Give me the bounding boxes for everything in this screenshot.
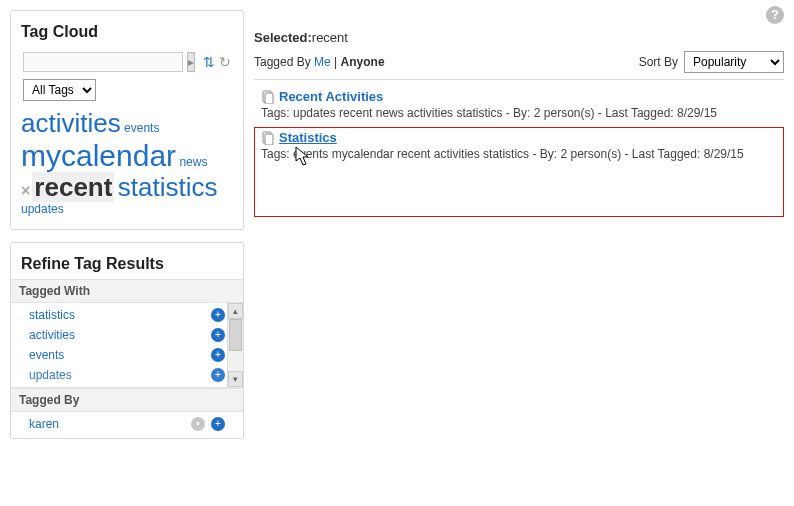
add-filter-icon[interactable]: +: [211, 368, 225, 382]
tag-cloud: activities events mycalendar news ×recen…: [11, 107, 243, 223]
sortby-select[interactable]: Popularity: [684, 51, 784, 73]
scroll-up-icon[interactable]: ▴: [228, 303, 243, 319]
sortby-label: Sort By: [639, 55, 678, 69]
selected-label: Selected:: [254, 30, 312, 45]
refine-title: Refine Tag Results: [11, 243, 243, 279]
user-radio-icon[interactable]: •: [191, 417, 205, 431]
tagged-by-header: Tagged By: [11, 388, 243, 412]
tagged-with-header: Tagged With: [11, 279, 243, 303]
result-title: Recent Activities: [279, 89, 383, 104]
add-filter-icon[interactable]: +: [211, 308, 225, 322]
go-button[interactable]: ▸: [187, 52, 195, 72]
document-icon: [261, 131, 275, 145]
refine-item-label: statistics: [29, 308, 75, 322]
tag-filter-select[interactable]: All Tags: [23, 79, 96, 101]
tagged-by-label: Tagged By: [254, 55, 311, 69]
svg-rect-3: [265, 134, 273, 145]
refine-item-label: karen: [29, 417, 59, 431]
scroll-thumb[interactable]: [229, 319, 242, 351]
scroll-track[interactable]: [228, 319, 243, 371]
add-filter-icon[interactable]: +: [211, 348, 225, 362]
result-title: Statistics: [279, 130, 337, 145]
result-meta: Tags: updates recent news activities sta…: [261, 106, 777, 120]
result-title-link[interactable]: Statistics: [261, 130, 777, 145]
refine-panel: Refine Tag Results Tagged With statistic…: [10, 242, 244, 439]
tagged-by-anyone[interactable]: Anyone: [341, 55, 385, 69]
results-separator: [254, 79, 784, 80]
tag-cloud-title: Tag Cloud: [11, 11, 243, 47]
tagged-by-sep: |: [334, 55, 337, 69]
svg-rect-1: [265, 93, 273, 104]
clear-selected-tag-icon[interactable]: ×: [21, 182, 30, 199]
document-icon: [261, 90, 275, 104]
refine-tag-events[interactable]: events +: [11, 345, 243, 365]
selected-summary: Selected:recent: [254, 30, 784, 45]
tag-activities[interactable]: activities: [21, 108, 121, 138]
tagged-by-me-link[interactable]: Me: [314, 55, 331, 69]
sort-icon[interactable]: ⇅: [203, 53, 215, 71]
refine-scrollbar[interactable]: ▴ ▾: [227, 303, 243, 387]
tag-statistics[interactable]: statistics: [118, 172, 218, 202]
add-filter-icon[interactable]: +: [211, 417, 225, 431]
selected-value: recent: [312, 30, 348, 45]
scroll-down-icon[interactable]: ▾: [228, 371, 243, 387]
refine-tag-updates[interactable]: updates +: [11, 365, 243, 385]
refine-tag-activities[interactable]: activities +: [11, 325, 243, 345]
tag-recent-selected[interactable]: recent: [32, 172, 114, 202]
add-filter-icon[interactable]: +: [211, 328, 225, 342]
tag-cloud-panel: Tag Cloud ▸ ⇅ ↻ All Tags activities even…: [10, 10, 244, 230]
refine-item-label: events: [29, 348, 64, 362]
refresh-icon[interactable]: ↻: [219, 53, 231, 71]
tag-search-input[interactable]: [23, 52, 183, 72]
go-arrow-icon: ▸: [188, 55, 194, 69]
refine-item-label: activities: [29, 328, 75, 342]
result-statistics: Statistics Tags: events mycalendar recen…: [254, 127, 784, 217]
tag-mycalendar[interactable]: mycalendar: [21, 139, 176, 172]
result-recent-activities: Recent Activities Tags: updates recent n…: [254, 86, 784, 127]
tag-updates[interactable]: updates: [21, 202, 64, 216]
refine-tag-statistics[interactable]: statistics +: [11, 305, 243, 325]
refine-user-karen[interactable]: karen • +: [11, 414, 243, 434]
refine-item-label: updates: [29, 368, 72, 382]
result-meta: Tags: events mycalendar recent activitie…: [261, 147, 777, 161]
tag-events[interactable]: events: [124, 121, 159, 135]
tag-news[interactable]: news: [179, 155, 207, 169]
result-title-link[interactable]: Recent Activities: [261, 89, 777, 104]
